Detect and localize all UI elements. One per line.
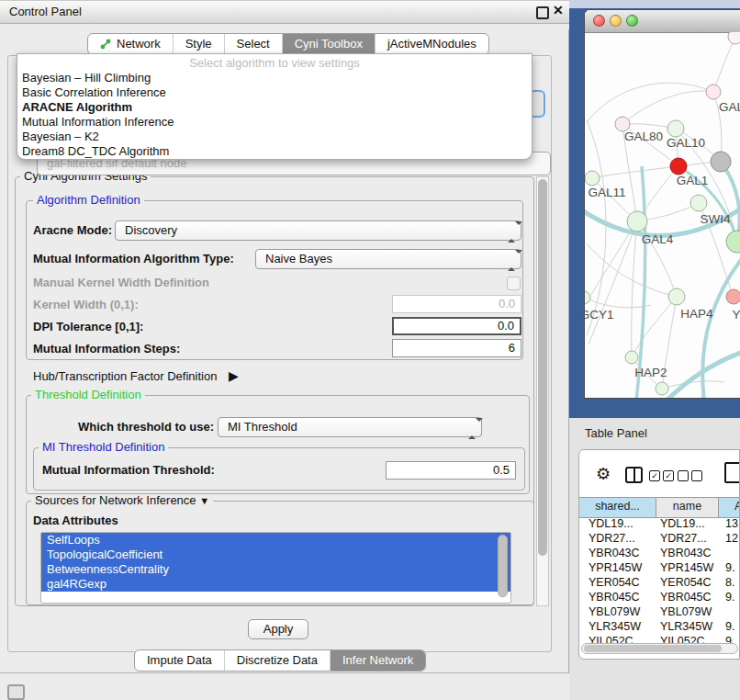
table-hscrollbar[interactable] bbox=[581, 643, 738, 654]
algorithm-option[interactable]: Bayesian – Hill Climbing bbox=[17, 71, 532, 85]
node-label: GAL4 bbox=[642, 232, 674, 246]
apply-button[interactable]: Apply bbox=[248, 619, 308, 639]
table-cell: YDR27... bbox=[656, 531, 719, 546]
close-icon[interactable]: ✕ bbox=[553, 3, 564, 17]
spinner-arrows-icon bbox=[508, 254, 516, 265]
network-nodes: GALGAL80GAL10GAL1GAL11SWI4GAL4GCY1HAP4YH… bbox=[585, 32, 740, 395]
column-header[interactable]: A bbox=[719, 498, 740, 517]
algorithm-option[interactable]: Dream8 DC_TDC Algorithm bbox=[17, 144, 532, 159]
tab-label: Discretize Data bbox=[237, 650, 318, 671]
tab-select[interactable]: Select bbox=[224, 34, 282, 54]
attribute-item[interactable]: gal4RGexp bbox=[41, 577, 510, 592]
network-node-y[interactable] bbox=[726, 289, 740, 304]
attribute-item[interactable]: BetweennessCentrality bbox=[41, 562, 510, 577]
attribute-item[interactable]: SelfLoops bbox=[41, 533, 510, 548]
manual-kernel-label: Manual Kernel Width Definition bbox=[33, 273, 209, 293]
network-node-gal1[interactable] bbox=[670, 158, 687, 175]
tab-jactivemnodules[interactable]: jActiveMNodules bbox=[375, 34, 488, 54]
tab-discretize-data[interactable]: Discretize Data bbox=[224, 650, 330, 671]
tab-label: Cyni Toolbox bbox=[295, 34, 363, 54]
algorithm-dropdown: Select algorithm to view settings Bayesi… bbox=[17, 53, 533, 160]
algorithm-option[interactable]: Mutual Information Inference bbox=[17, 115, 532, 130]
columns-icon[interactable] bbox=[625, 467, 643, 483]
which-threshold-combo[interactable]: MI Threshold bbox=[218, 417, 482, 437]
table-row[interactable]: YPR145WYPR145W9. bbox=[579, 560, 740, 575]
mi-type-combo[interactable]: Naive Bayes bbox=[255, 249, 521, 269]
dpi-tolerance-field[interactable]: 0.0 bbox=[392, 317, 521, 335]
table-row[interactable]: YER054CYER054C8. bbox=[579, 575, 740, 590]
kernel-width-field[interactable]: 0.0 bbox=[392, 295, 521, 313]
table-row[interactable]: YBR045CYBR045C9. bbox=[579, 590, 740, 604]
table-panel-title: Table Panel bbox=[585, 426, 647, 440]
spinner-arrows-icon bbox=[468, 422, 477, 434]
table-header: shared...nameA bbox=[579, 497, 740, 518]
gear-icon[interactable]: ⚙ bbox=[596, 464, 611, 484]
mi-type-value: Naive Bayes bbox=[265, 250, 332, 268]
float-window-icon[interactable] bbox=[536, 6, 549, 19]
unchecked-box-icon[interactable] bbox=[691, 470, 702, 481]
minimize-traffic-light[interactable] bbox=[610, 15, 622, 27]
network-node-gcy1[interactable] bbox=[585, 291, 590, 304]
table-cell: 9. bbox=[719, 619, 740, 634]
hub-definition-expander[interactable]: Hub/Transcription Factor Definition ▶ bbox=[33, 366, 239, 387]
settings-scrollbar-thumb[interactable] bbox=[538, 179, 547, 556]
sources-title: Sources for Network Inference bbox=[35, 493, 196, 507]
sources-legend[interactable]: Sources for Network Inference ▼ bbox=[31, 494, 213, 507]
network-node-swi4[interactable] bbox=[690, 195, 707, 211]
mi-steps-field[interactable]: 6 bbox=[392, 339, 521, 357]
checked-box-icon[interactable]: ✓ bbox=[663, 470, 674, 481]
table-cell: YBR043C bbox=[656, 546, 719, 560]
table-row[interactable]: YBL079WYBL079W bbox=[579, 604, 740, 619]
settings-scrollbar[interactable] bbox=[536, 176, 549, 606]
unchecked-box-icon[interactable] bbox=[678, 470, 689, 481]
table-hscrollbar-thumb[interactable] bbox=[584, 645, 722, 652]
table-row[interactable]: YBR043CYBR043C bbox=[579, 546, 740, 560]
node-label: GAL10 bbox=[667, 136, 705, 150]
attribute-item[interactable]: TopologicalCoefficient bbox=[41, 548, 510, 562]
network-node[interactable] bbox=[726, 231, 740, 253]
network-canvas[interactable]: GALGAL80GAL10GAL1GAL11SWI4GAL4GCY1HAP4YH… bbox=[585, 32, 740, 399]
list-scrollbar-thumb[interactable] bbox=[498, 535, 508, 597]
tab-cyni-toolbox[interactable]: Cyni Toolbox bbox=[282, 34, 375, 54]
document-icon[interactable] bbox=[724, 462, 740, 483]
network-node-gal[interactable] bbox=[706, 85, 721, 99]
algorithm-option[interactable]: ARACNE Algorithm bbox=[17, 100, 532, 115]
desktop-top-strip bbox=[569, 0, 740, 8]
tab-impute-data[interactable]: Impute Data bbox=[135, 650, 224, 671]
network-node[interactable] bbox=[728, 32, 740, 44]
table-cell: YBL079W bbox=[579, 604, 656, 619]
table-row[interactable]: YLR345WYLR345W9. bbox=[579, 619, 740, 634]
network-node-gal10[interactable] bbox=[667, 120, 684, 137]
node-label: GCY1 bbox=[585, 308, 613, 322]
network-node[interactable] bbox=[711, 152, 731, 172]
tab-infer-network[interactable]: Infer Network bbox=[330, 650, 425, 671]
tab-label: Network bbox=[117, 34, 161, 54]
table-row[interactable]: YDR27...YDR27...12 bbox=[579, 531, 740, 546]
checked-box-icon[interactable]: ✓ bbox=[649, 470, 660, 481]
table-row[interactable]: YDL19...YDL19...13 bbox=[579, 516, 740, 531]
zoom-traffic-light[interactable] bbox=[626, 15, 638, 27]
close-traffic-light[interactable] bbox=[593, 15, 605, 27]
threshold-definition-legend: Threshold Definition bbox=[31, 389, 145, 401]
network-node-gal11[interactable] bbox=[585, 171, 600, 186]
which-threshold-label: Which threshold to use: bbox=[78, 417, 214, 437]
network-node-hap2[interactable] bbox=[625, 351, 638, 364]
column-header[interactable]: name bbox=[656, 498, 719, 517]
table-body: YDL19...YDL19...13YDR27...YDR27...12YBR0… bbox=[579, 516, 740, 649]
spinner-arrows-icon bbox=[508, 225, 516, 237]
column-header[interactable]: shared... bbox=[579, 498, 656, 517]
network-node-hap4[interactable] bbox=[668, 288, 685, 305]
network-node[interactable] bbox=[656, 382, 668, 395]
algorithm-option[interactable]: Basic Correlation Inference bbox=[17, 85, 532, 100]
table-cell: YER054C bbox=[579, 575, 656, 590]
minimized-panel-icon[interactable] bbox=[7, 684, 25, 700]
table-cell: YPR145W bbox=[656, 560, 719, 575]
manual-kernel-checkbox[interactable] bbox=[507, 277, 521, 290]
tab-network[interactable]: Network bbox=[88, 34, 173, 54]
aracne-mode-combo[interactable]: Discovery bbox=[115, 220, 521, 241]
mi-threshold-field[interactable]: 0.5 bbox=[386, 461, 516, 480]
tab-style[interactable]: Style bbox=[173, 34, 224, 54]
algorithm-option[interactable]: Bayesian – K2 bbox=[17, 130, 532, 144]
network-node-gal4[interactable] bbox=[627, 211, 647, 231]
network-window-titlebar[interactable] bbox=[585, 10, 740, 33]
